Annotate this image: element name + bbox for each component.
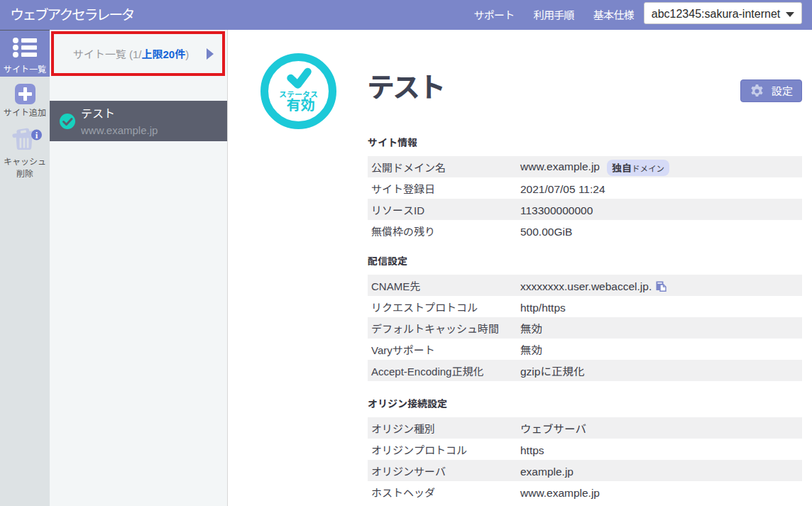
- svg-text:i: i: [35, 130, 38, 141]
- svg-text:有効: 有効: [287, 94, 315, 114]
